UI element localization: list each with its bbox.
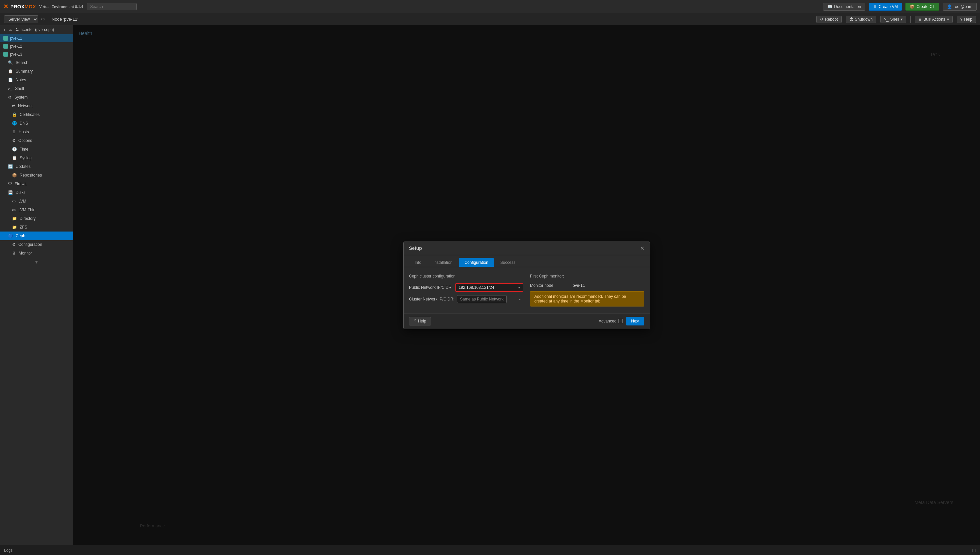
help-button[interactable]: ? Help [409,317,431,326]
sidebar-item-notes[interactable]: 📄 Notes [0,75,73,84]
create-ct-button[interactable]: 📦 Create CT [905,3,939,11]
zfs-icon: 📁 [12,225,17,229]
help-label-nodebar: Help [964,17,972,22]
advanced-label: Advanced [599,319,616,324]
datacenter-title: Datacenter (pve-ceph) [14,27,54,32]
search-input[interactable] [87,3,137,10]
certificates-label: Certificates [20,112,40,117]
modal-footer: ? Help Advanced Next [404,313,650,329]
create-vm-button[interactable]: 🖥 Create VM [869,3,902,11]
cluster-network-row: Cluster Network IP/CIDR: Same as Public … [409,295,523,303]
sidebar-item-options[interactable]: ⚙ Options [0,136,73,145]
bulk-actions-label: Bulk Actions [923,17,945,22]
content-area: Health PGs Meta Data Servers Performance… [73,25,980,545]
create-vm-icon: 🖥 [873,4,877,9]
shell-label: Shell [890,17,899,22]
modal-body-grid: Ceph cluster configuration: Public Netwo… [409,274,644,306]
sidebar-item-pve-13[interactable]: pve-13 [0,50,73,58]
public-network-input[interactable] [456,284,523,291]
sidebar-item-ceph[interactable]: 🔵 Ceph [0,231,73,240]
first-monitor-section: First Ceph monitor: Monitor node: pve-11… [530,274,644,306]
modal-title: Setup [409,245,422,251]
sidebar-item-directory[interactable]: 📁 Directory [0,214,73,223]
cluster-network-dropdown-icon: ▾ [519,297,521,301]
nodebar: Server View ⚙ Node 'pve-11' ↺ Reboot ⏻ S… [0,13,980,25]
ceph-label: Ceph [16,234,25,238]
sidebar-item-firewall[interactable]: 🛡 Firewall [0,180,73,188]
advanced-checkbox[interactable] [619,319,623,323]
tab-success[interactable]: Success [495,258,521,267]
gear-icon[interactable]: ⚙ [41,17,45,22]
create-ct-label: Create CT [916,4,935,9]
sidebar-item-pve-11[interactable]: pve-11 [0,34,73,42]
options-icon: ⚙ [12,138,16,143]
sidebar-item-network[interactable]: ⇄ Network [0,102,73,110]
shell-button[interactable]: >_ Shell ▾ [880,16,906,23]
sidebar-expand-icon[interactable]: ▼ [34,260,39,265]
sidebar-item-pve-12[interactable]: pve-12 [0,42,73,50]
tab-configuration[interactable]: Configuration [459,258,494,267]
sidebar-item-search[interactable]: 🔍 Search [0,58,73,67]
tab-installation[interactable]: Installation [428,258,458,267]
lvm-icon: ▭ [12,199,16,204]
sidebar-item-shell[interactable]: >_ Shell [0,84,73,93]
reboot-button[interactable]: ↺ Reboot [816,16,842,23]
first-monitor-label: First Ceph monitor: [530,274,644,279]
sidebar: ▼ 🖧 Datacenter (pve-ceph) pve-11 pve-12 … [0,25,73,545]
shutdown-label: Shutdown [855,17,873,22]
sidebar-item-certificates[interactable]: 🔒 Certificates [0,110,73,119]
documentation-button[interactable]: 📖 Documentation [823,3,865,11]
sidebar-item-lvm[interactable]: ▭ LVM [0,197,73,205]
shell-sidebar-label: Shell [15,86,24,91]
sidebar-item-summary[interactable]: 📋 Summary [0,67,73,75]
time-label: Time [20,147,28,152]
ceph-icon: 🔵 [8,234,13,238]
cluster-network-select[interactable]: Same as Public Network [457,295,507,303]
sidebar-item-lvm-thin[interactable]: ▭ LVM-Thin [0,205,73,214]
firewall-label: Firewall [14,181,28,186]
shell-sidebar-icon: >_ [8,87,12,91]
public-network-label: Public Network IP/CIDR: [409,285,453,290]
advanced-checkbox-group: Advanced [599,319,623,324]
zfs-label: ZFS [20,225,27,229]
ceph-cluster-label: Ceph cluster configuration: [409,274,523,279]
pve-12-label: pve-12 [10,44,22,49]
tab-info[interactable]: Info [409,258,427,267]
bulk-actions-button[interactable]: ⊞ Bulk Actions ▾ [915,16,952,23]
tab-configuration-label: Configuration [464,260,488,265]
sidebar-item-system[interactable]: ⚙ System [0,93,73,102]
next-button[interactable]: Next [626,317,644,326]
sidebar-item-disks[interactable]: 💾 Disks [0,188,73,197]
pve-13-label: pve-13 [10,52,22,57]
pve-11-node-icon [3,36,8,41]
user-label: root@pam [954,4,972,9]
create-vm-label: Create VM [879,4,898,9]
syslog-label: Syslog [20,156,32,160]
user-button[interactable]: 👤 root@pam [943,3,977,11]
configuration-icon: ⚙ [12,242,16,247]
sidebar-item-repositories[interactable]: 📦 Repositories [0,171,73,180]
modal-close-button[interactable]: ✕ [640,245,644,252]
sidebar-item-configuration[interactable]: ⚙ Configuration [0,240,73,249]
lvm-label: LVM [18,199,26,204]
sidebar-item-updates[interactable]: 🔄 Updates [0,162,73,171]
monitor-label: Monitor [19,251,32,255]
server-view-select[interactable]: Server View [4,15,39,23]
sidebar-item-syslog[interactable]: 📋 Syslog [0,154,73,162]
reboot-label: Reboot [825,17,838,22]
directory-label: Directory [20,216,36,221]
sidebar-item-time[interactable]: 🕐 Time [0,145,73,154]
sidebar-item-hosts[interactable]: 🖥 Hosts [0,128,73,136]
bulk-actions-icon: ⊞ [918,17,922,22]
datacenter-label[interactable]: ▼ 🖧 Datacenter (pve-ceph) [0,25,73,34]
sidebar-item-dns[interactable]: 🌐 DNS [0,119,73,128]
sidebar-item-monitor[interactable]: 🖥 Monitor [0,249,73,258]
firewall-icon: 🛡 [8,181,12,186]
close-icon: ✕ [640,245,644,251]
tab-info-label: Info [414,260,421,265]
shutdown-button[interactable]: ⏻ Shutdown [846,16,876,23]
next-button-label: Next [631,319,639,324]
help-button-nodebar[interactable]: ? Help [957,16,976,23]
sidebar-item-zfs[interactable]: 📁 ZFS [0,223,73,231]
lvm-thin-icon: ▭ [12,207,16,212]
